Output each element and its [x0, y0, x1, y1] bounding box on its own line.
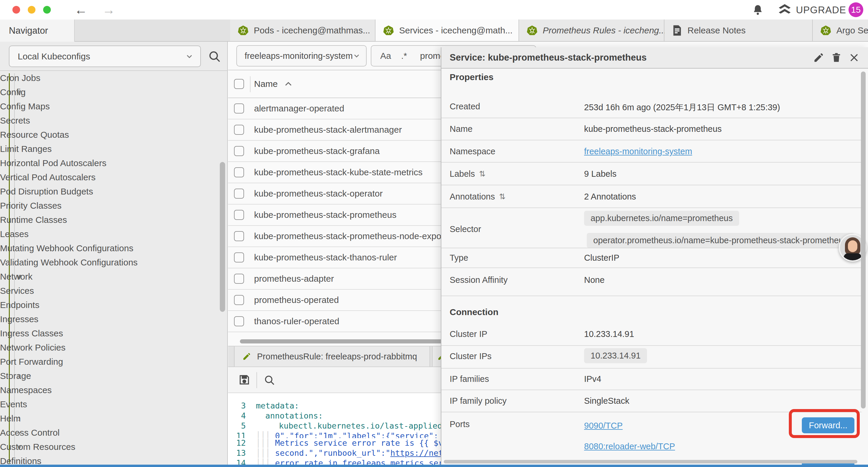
row-checkbox[interactable] [234, 253, 244, 262]
sidebar-item[interactable]: Secrets [0, 114, 227, 128]
tree-chevron-icon[interactable]: › [15, 372, 24, 381]
close-window-button[interactable] [12, 6, 20, 13]
tree-chevron-icon[interactable]: ∨ [15, 272, 24, 282]
port-link-9090[interactable]: 9090/TCP [584, 421, 623, 431]
sidebar-item[interactable]: › Access Control [0, 426, 227, 440]
row-checkbox[interactable] [234, 295, 244, 305]
delete-trash-icon[interactable] [831, 52, 842, 63]
sidebar-item-label: Network Policies [0, 343, 66, 353]
runbook-url-link[interactable]: https://net [390, 448, 443, 458]
row-checkbox[interactable] [234, 231, 244, 241]
edit-pencil-icon[interactable] [813, 52, 824, 63]
sidebar-item[interactable]: Config Maps [0, 99, 227, 114]
panel-vertical-scrollbar[interactable] [861, 71, 866, 408]
row-checkbox[interactable] [234, 104, 244, 114]
row-divider [441, 267, 862, 268]
maximize-window-button[interactable] [43, 6, 51, 13]
editor-tab-prometheusrule[interactable]: PrometheusRule: freeleaps-prod-rabbitmq [234, 346, 430, 367]
tree-chevron-icon[interactable]: ∨ [15, 88, 24, 97]
upgrade-button[interactable]: UPGRADE [778, 4, 846, 16]
sidebar-item[interactable]: Cron Jobs [0, 71, 227, 85]
back-button[interactable]: ← [74, 1, 88, 18]
service-detail-panel: Service: kube-prometheus-stack-prometheu… [441, 47, 868, 465]
panel-horizontal-scrollbar[interactable] [444, 460, 857, 463]
sidebar-item-label: Endpoints [0, 300, 39, 310]
sidebar-item[interactable]: ∨ ↑↓ ↑↓ Network [0, 269, 227, 284]
row-checkbox[interactable] [234, 316, 244, 326]
sidebar-item[interactable]: Pod Disruption Budgets [0, 184, 227, 199]
sidebar-item[interactable]: Mutating Webhook Configurations [0, 241, 227, 255]
kubernetes-icon [238, 25, 248, 36]
service-name: prometheus-operated [254, 295, 339, 305]
cluster-search-icon[interactable] [208, 50, 221, 63]
tree-chevron-icon[interactable]: ∨ [15, 442, 24, 451]
row-checkbox[interactable] [234, 125, 244, 135]
notifications-bell-icon[interactable] [752, 4, 764, 17]
sidebar-item[interactable]: Priority Classes [0, 199, 227, 213]
editor-search-icon[interactable] [264, 374, 275, 386]
tree-chevron-icon[interactable]: › [15, 414, 24, 423]
sidebar-item[interactable]: Horizontal Pod Autoscalers [0, 156, 227, 170]
sidebar-item[interactable]: Vertical Pod Autoscalers [0, 170, 227, 184]
sidebar-item[interactable]: › Storage [0, 369, 227, 383]
sidebar-item[interactable]: Validating Webhook Configurations [0, 255, 227, 269]
row-checkbox[interactable] [234, 210, 244, 220]
match-case-toggle[interactable]: Aa [380, 51, 391, 61]
row-checkbox[interactable] [234, 167, 244, 177]
tab-navigator[interactable]: Navigator [0, 20, 75, 42]
notification-count-badge[interactable]: 15 [848, 2, 863, 17]
sidebar-scrollbar-thumb[interactable] [220, 162, 225, 312]
save-icon[interactable] [238, 374, 251, 386]
regex-toggle[interactable]: .* [401, 51, 407, 61]
sidebar-item[interactable]: Limit Ranges [0, 142, 227, 156]
forward-button[interactable]: → [102, 1, 115, 18]
sidebar-item[interactable]: ∨ ⚙ ⚙ Config [0, 85, 227, 99]
service-name: alertmanager-operated [254, 104, 344, 114]
row-divider [441, 118, 862, 118]
tab-argo[interactable]: Argo Se [813, 20, 868, 41]
chevron-down-icon [185, 52, 194, 61]
sidebar-item[interactable]: Runtime Classes [0, 213, 227, 227]
tab-pods[interactable]: Pods - icecheng@mathmas... [230, 20, 375, 41]
close-panel-icon[interactable] [848, 52, 860, 63]
namespace-selector[interactable]: freeleaps-monitoring-system [236, 45, 367, 66]
tab-label: Release Notes [687, 25, 746, 35]
sidebar-item[interactable]: Resource Quotas [0, 128, 227, 142]
sort-toggle-icon[interactable]: ⇅ [479, 169, 486, 178]
port-link-8080[interactable]: 8080:reloader-web/TCP [584, 442, 675, 451]
sidebar-item-label: Namespaces [0, 385, 52, 395]
tab-prometheus-rules[interactable]: Prometheus Rules - icecheng... [519, 20, 664, 41]
sidebar-item[interactable]: Port Forwarding [0, 355, 227, 369]
sidebar-item[interactable]: Namespaces [0, 383, 227, 397]
minimize-window-button[interactable] [28, 6, 35, 13]
tab-release-notes[interactable]: Release Notes [664, 20, 813, 41]
editor-tab-label: PrometheusRule: freeleaps-prod-rabbitmq [257, 352, 417, 361]
name-column-header[interactable]: Name [254, 79, 292, 89]
sidebar-item[interactable]: Leases [0, 227, 227, 241]
sidebar-item[interactable]: Endpoints [0, 298, 227, 312]
sidebar-item-label: Mutating Webhook Configurations [0, 243, 133, 253]
ports-label: Ports [450, 419, 470, 429]
namespace-link[interactable]: freeleaps-monitoring-system [584, 147, 692, 156]
sort-toggle-icon[interactable]: ⇅ [499, 192, 505, 201]
row-divider [441, 207, 862, 208]
select-all-checkbox[interactable] [234, 79, 244, 89]
row-checkbox[interactable] [234, 146, 244, 156]
sidebar-item[interactable]: Services [0, 284, 227, 298]
row-checkbox[interactable] [234, 188, 244, 199]
tree-chevron-icon[interactable]: › [15, 428, 24, 437]
selector-chip: operator.prometheus.io/name=kube-prometh… [587, 233, 855, 248]
sidebar-item[interactable]: ∨ Custom Resources [0, 440, 227, 454]
sidebar-item[interactable]: Network Policies [0, 341, 227, 355]
kubeconfig-selector[interactable]: Local Kubeconfigs [9, 46, 201, 67]
sidebar-item[interactable]: Ingresses [0, 312, 227, 326]
sidebar-item[interactable]: › Helm [0, 411, 227, 426]
tab-services[interactable]: Services - icecheng@math... × [375, 20, 519, 41]
kubernetes-icon [820, 25, 831, 36]
sidebar-item-label: Custom Resources [0, 442, 75, 452]
sidebar-item[interactable]: Events [0, 397, 227, 411]
sidebar-item[interactable]: Definitions [0, 454, 227, 465]
row-checkbox[interactable] [234, 274, 244, 284]
sidebar-item-label: Definitions [0, 456, 41, 465]
sidebar-item[interactable]: Ingress Classes [0, 326, 227, 341]
